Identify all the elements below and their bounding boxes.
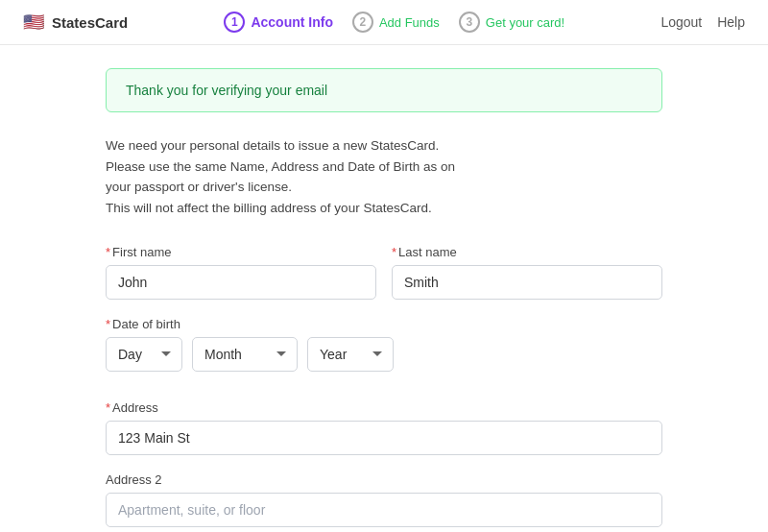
description-line3: your passport or driver's license. (106, 180, 292, 194)
address-input[interactable] (106, 421, 662, 455)
header: 🇺🇸 StatesCard 1 Account Info 2 Add Funds… (0, 0, 768, 45)
dob-selects-row: Day Month Year (106, 337, 662, 372)
description-line4: This will not affect the billing address… (106, 201, 432, 215)
first-name-label: *First name (106, 245, 376, 259)
dob-label: *Date of birth (106, 317, 662, 331)
description-line2: Please use the same Name, Address and Da… (106, 159, 455, 174)
address-group: *Address (106, 400, 662, 455)
success-message: Thank you for verifying your email (126, 83, 327, 98)
main-content: Thank you for verifying your email We ne… (86, 45, 682, 532)
address2-group: Address 2 (106, 472, 662, 527)
last-name-label: *Last name (392, 245, 662, 259)
step-1-label: Account Info (251, 14, 333, 30)
address2-label: Address 2 (106, 472, 662, 487)
logout-button[interactable]: Logout (660, 14, 702, 30)
success-banner: Thank you for verifying your email (106, 68, 662, 112)
dob-year-select[interactable]: Year (307, 337, 394, 372)
logo-text: StatesCard (52, 14, 128, 31)
steps-nav: 1 Account Info 2 Add Funds 3 Get your ca… (224, 12, 564, 33)
step-1-number: 1 (224, 12, 245, 33)
last-name-group: *Last name (392, 245, 662, 300)
dob-group: *Date of birth Day Month Year (106, 317, 662, 372)
step-1[interactable]: 1 Account Info (224, 12, 333, 33)
step-2-number: 2 (352, 12, 373, 33)
logo-flag-icon: 🇺🇸 (23, 12, 44, 33)
step-3-label: Get your card! (486, 15, 564, 30)
logo: 🇺🇸 StatesCard (23, 12, 128, 33)
help-button[interactable]: Help (717, 14, 745, 30)
last-name-input[interactable] (392, 265, 662, 300)
name-row: *First name *Last name (106, 245, 662, 300)
step-2[interactable]: 2 Add Funds (352, 12, 440, 33)
first-name-input[interactable] (106, 265, 376, 300)
first-name-group: *First name (106, 245, 376, 300)
header-actions: Logout Help (660, 14, 745, 30)
address-label: *Address (106, 400, 662, 415)
dob-month-select[interactable]: Month (192, 337, 298, 372)
description-line1: We need your personal details to issue a… (106, 138, 439, 153)
step-3[interactable]: 3 Get your card! (459, 12, 564, 33)
dob-day-select[interactable]: Day (106, 337, 182, 372)
description: We need your personal details to issue a… (106, 135, 662, 218)
step-2-label: Add Funds (379, 15, 440, 30)
step-3-number: 3 (459, 12, 480, 33)
address2-input[interactable] (106, 493, 662, 527)
